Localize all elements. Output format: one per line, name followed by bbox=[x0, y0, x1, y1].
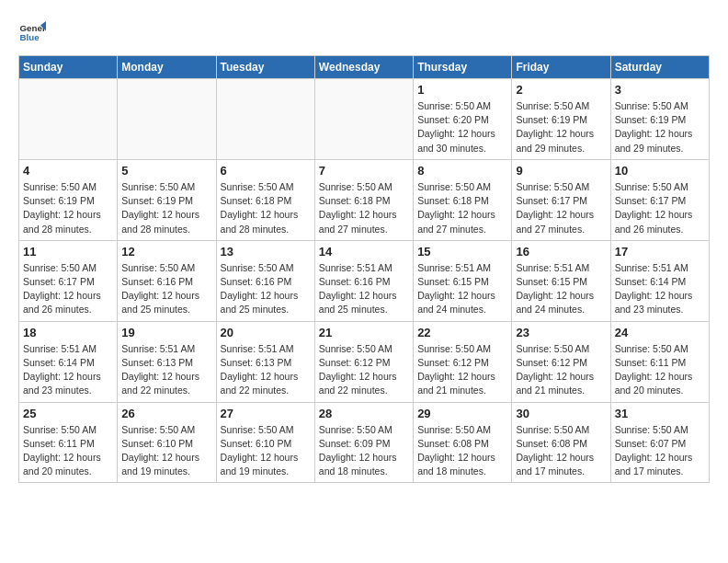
day-number: 8 bbox=[417, 164, 507, 178]
calendar-cell: 24Sunrise: 5:50 AMSunset: 6:11 PMDayligh… bbox=[610, 321, 709, 402]
day-info: Sunrise: 5:50 AMSunset: 6:17 PMDaylight:… bbox=[516, 180, 606, 236]
day-info: Sunrise: 5:50 AMSunset: 6:12 PMDaylight:… bbox=[319, 342, 409, 398]
day-info: Sunrise: 5:50 AMSunset: 6:19 PMDaylight:… bbox=[615, 99, 705, 155]
calendar-header-row: SundayMondayTuesdayWednesdayThursdayFrid… bbox=[19, 56, 710, 79]
day-info: Sunrise: 5:50 AMSunset: 6:16 PMDaylight:… bbox=[121, 261, 211, 317]
day-info: Sunrise: 5:51 AMSunset: 6:14 PMDaylight:… bbox=[615, 261, 705, 317]
day-info: Sunrise: 5:50 AMSunset: 6:11 PMDaylight:… bbox=[23, 423, 113, 479]
calendar-cell: 19Sunrise: 5:51 AMSunset: 6:13 PMDayligh… bbox=[118, 321, 216, 402]
day-number: 16 bbox=[516, 245, 606, 259]
calendar-cell: 15Sunrise: 5:51 AMSunset: 6:15 PMDayligh… bbox=[414, 240, 512, 321]
weekday-header: Friday bbox=[512, 56, 610, 79]
day-info: Sunrise: 5:50 AMSunset: 6:11 PMDaylight:… bbox=[615, 342, 705, 398]
calendar-cell: 10Sunrise: 5:50 AMSunset: 6:17 PMDayligh… bbox=[610, 159, 709, 240]
day-info: Sunrise: 5:50 AMSunset: 6:17 PMDaylight:… bbox=[23, 261, 113, 317]
day-number: 22 bbox=[417, 326, 507, 339]
calendar-cell: 23Sunrise: 5:50 AMSunset: 6:12 PMDayligh… bbox=[512, 321, 610, 402]
day-info: Sunrise: 5:50 AMSunset: 6:19 PMDaylight:… bbox=[121, 180, 211, 236]
calendar-week-row: 11Sunrise: 5:50 AMSunset: 6:17 PMDayligh… bbox=[19, 240, 710, 321]
calendar-cell: 25Sunrise: 5:50 AMSunset: 6:11 PMDayligh… bbox=[19, 402, 118, 483]
day-number: 3 bbox=[615, 83, 705, 97]
weekday-header: Tuesday bbox=[216, 56, 314, 79]
calendar-cell: 7Sunrise: 5:50 AMSunset: 6:18 PMDaylight… bbox=[314, 159, 413, 240]
day-number: 20 bbox=[221, 326, 311, 339]
calendar-cell: 16Sunrise: 5:51 AMSunset: 6:15 PMDayligh… bbox=[512, 240, 610, 321]
calendar-week-row: 25Sunrise: 5:50 AMSunset: 6:11 PMDayligh… bbox=[19, 402, 710, 483]
day-info: Sunrise: 5:50 AMSunset: 6:12 PMDaylight:… bbox=[417, 342, 507, 398]
logo: General Blue bbox=[18, 18, 46, 46]
day-info: Sunrise: 5:51 AMSunset: 6:13 PMDaylight:… bbox=[221, 342, 311, 398]
calendar-cell: 21Sunrise: 5:50 AMSunset: 6:12 PMDayligh… bbox=[314, 321, 413, 402]
day-info: Sunrise: 5:50 AMSunset: 6:12 PMDaylight:… bbox=[516, 342, 606, 398]
day-number: 4 bbox=[23, 164, 113, 178]
weekday-header: Monday bbox=[118, 56, 216, 79]
calendar-cell bbox=[19, 79, 118, 160]
day-number: 10 bbox=[615, 164, 705, 178]
day-number: 9 bbox=[516, 164, 606, 178]
calendar-cell: 27Sunrise: 5:50 AMSunset: 6:10 PMDayligh… bbox=[216, 402, 314, 483]
calendar-cell bbox=[216, 79, 314, 160]
day-number: 30 bbox=[516, 407, 606, 420]
calendar-week-row: 1Sunrise: 5:50 AMSunset: 6:20 PMDaylight… bbox=[19, 79, 710, 160]
day-info: Sunrise: 5:51 AMSunset: 6:15 PMDaylight:… bbox=[417, 261, 507, 317]
calendar-table: SundayMondayTuesdayWednesdayThursdayFrid… bbox=[18, 55, 710, 483]
day-info: Sunrise: 5:50 AMSunset: 6:18 PMDaylight:… bbox=[417, 180, 507, 236]
day-number: 23 bbox=[516, 326, 606, 339]
calendar-cell: 1Sunrise: 5:50 AMSunset: 6:20 PMDaylight… bbox=[414, 79, 512, 160]
page-header: General Blue bbox=[18, 18, 710, 46]
svg-text:General: General bbox=[20, 23, 47, 33]
calendar-cell: 20Sunrise: 5:51 AMSunset: 6:13 PMDayligh… bbox=[216, 321, 314, 402]
day-number: 11 bbox=[23, 245, 113, 259]
day-info: Sunrise: 5:51 AMSunset: 6:13 PMDaylight:… bbox=[121, 342, 211, 398]
day-number: 6 bbox=[221, 164, 311, 178]
day-number: 13 bbox=[221, 245, 311, 259]
day-number: 18 bbox=[23, 326, 113, 339]
day-number: 26 bbox=[121, 407, 211, 420]
calendar-week-row: 18Sunrise: 5:51 AMSunset: 6:14 PMDayligh… bbox=[19, 321, 710, 402]
day-info: Sunrise: 5:51 AMSunset: 6:16 PMDaylight:… bbox=[319, 261, 409, 317]
day-number: 17 bbox=[615, 245, 705, 259]
day-info: Sunrise: 5:50 AMSunset: 6:16 PMDaylight:… bbox=[221, 261, 311, 317]
calendar-cell: 4Sunrise: 5:50 AMSunset: 6:19 PMDaylight… bbox=[19, 159, 118, 240]
calendar-cell: 28Sunrise: 5:50 AMSunset: 6:09 PMDayligh… bbox=[314, 402, 413, 483]
calendar-cell: 18Sunrise: 5:51 AMSunset: 6:14 PMDayligh… bbox=[19, 321, 118, 402]
weekday-header: Thursday bbox=[414, 56, 512, 79]
day-info: Sunrise: 5:50 AMSunset: 6:19 PMDaylight:… bbox=[23, 180, 113, 236]
svg-text:Blue: Blue bbox=[20, 32, 40, 42]
calendar-cell: 17Sunrise: 5:51 AMSunset: 6:14 PMDayligh… bbox=[610, 240, 709, 321]
day-info: Sunrise: 5:50 AMSunset: 6:18 PMDaylight:… bbox=[319, 180, 409, 236]
day-info: Sunrise: 5:51 AMSunset: 6:15 PMDaylight:… bbox=[516, 261, 606, 317]
day-number: 25 bbox=[23, 407, 113, 420]
calendar-cell: 6Sunrise: 5:50 AMSunset: 6:18 PMDaylight… bbox=[216, 159, 314, 240]
calendar-cell: 14Sunrise: 5:51 AMSunset: 6:16 PMDayligh… bbox=[314, 240, 413, 321]
day-info: Sunrise: 5:50 AMSunset: 6:08 PMDaylight:… bbox=[417, 423, 507, 479]
day-info: Sunrise: 5:50 AMSunset: 6:10 PMDaylight:… bbox=[221, 423, 311, 479]
logo-icon: General Blue bbox=[18, 18, 46, 46]
day-info: Sunrise: 5:50 AMSunset: 6:17 PMDaylight:… bbox=[615, 180, 705, 236]
calendar-cell: 9Sunrise: 5:50 AMSunset: 6:17 PMDaylight… bbox=[512, 159, 610, 240]
calendar-cell: 22Sunrise: 5:50 AMSunset: 6:12 PMDayligh… bbox=[414, 321, 512, 402]
weekday-header: Wednesday bbox=[314, 56, 413, 79]
calendar-cell: 26Sunrise: 5:50 AMSunset: 6:10 PMDayligh… bbox=[118, 402, 216, 483]
weekday-header: Saturday bbox=[610, 56, 709, 79]
calendar-cell: 29Sunrise: 5:50 AMSunset: 6:08 PMDayligh… bbox=[414, 402, 512, 483]
day-number: 5 bbox=[121, 164, 211, 178]
calendar-week-row: 4Sunrise: 5:50 AMSunset: 6:19 PMDaylight… bbox=[19, 159, 710, 240]
day-number: 14 bbox=[319, 245, 409, 259]
day-info: Sunrise: 5:50 AMSunset: 6:18 PMDaylight:… bbox=[221, 180, 311, 236]
day-number: 24 bbox=[615, 326, 705, 339]
calendar-cell: 12Sunrise: 5:50 AMSunset: 6:16 PMDayligh… bbox=[118, 240, 216, 321]
day-number: 12 bbox=[121, 245, 211, 259]
day-number: 2 bbox=[516, 83, 606, 97]
day-number: 7 bbox=[319, 164, 409, 178]
day-info: Sunrise: 5:50 AMSunset: 6:10 PMDaylight:… bbox=[121, 423, 211, 479]
calendar-cell bbox=[314, 79, 413, 160]
calendar-cell: 31Sunrise: 5:50 AMSunset: 6:07 PMDayligh… bbox=[610, 402, 709, 483]
day-info: Sunrise: 5:51 AMSunset: 6:14 PMDaylight:… bbox=[23, 342, 113, 398]
calendar-cell: 3Sunrise: 5:50 AMSunset: 6:19 PMDaylight… bbox=[610, 79, 709, 160]
calendar-cell bbox=[118, 79, 216, 160]
calendar-cell: 11Sunrise: 5:50 AMSunset: 6:17 PMDayligh… bbox=[19, 240, 118, 321]
calendar-cell: 8Sunrise: 5:50 AMSunset: 6:18 PMDaylight… bbox=[414, 159, 512, 240]
day-number: 29 bbox=[417, 407, 507, 420]
day-info: Sunrise: 5:50 AMSunset: 6:07 PMDaylight:… bbox=[615, 423, 705, 479]
